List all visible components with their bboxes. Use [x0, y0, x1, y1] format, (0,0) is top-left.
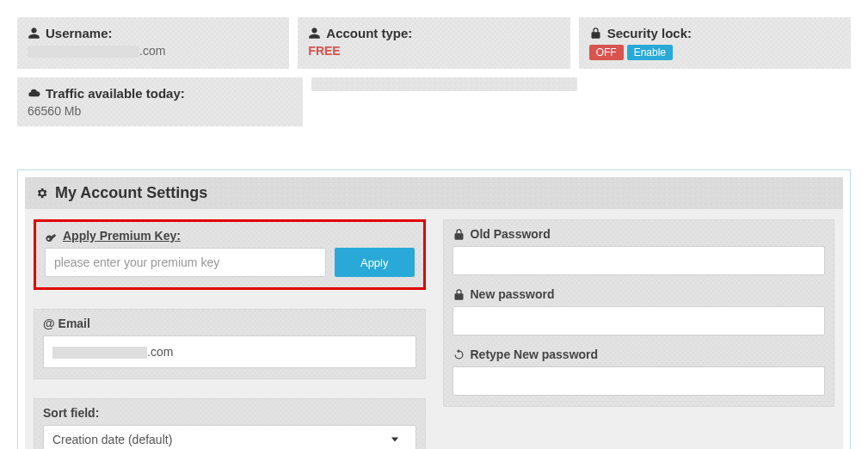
premium-key-input[interactable]	[45, 248, 326, 277]
old-password-label: Old Password	[452, 227, 826, 241]
sort-panel: Sort field: Creation date (default)	[34, 398, 426, 449]
account-type-label: Account type:	[326, 26, 412, 40]
user-icon	[28, 27, 40, 40]
email-label: @ Email	[43, 317, 416, 330]
settings-container: My Account Settings Apply Premium Key: A…	[17, 169, 851, 449]
security-enable-button[interactable]: Enable	[627, 45, 673, 60]
account-type-value: FREE	[308, 44, 559, 58]
cloud-icon	[28, 87, 40, 100]
right-column: Old Password New password Retype New pas…	[443, 219, 835, 449]
key-icon	[45, 230, 58, 243]
old-password-input[interactable]	[452, 246, 826, 275]
password-panel: Old Password New password Retype New pas…	[443, 219, 835, 407]
left-column: Apply Premium Key: Apply @ Email .com So…	[34, 219, 426, 449]
thin-placeholder-bar	[311, 77, 576, 91]
premium-key-label: Apply Premium Key:	[45, 229, 415, 243]
user-icon	[308, 27, 321, 40]
retype-password-input[interactable]	[452, 366, 826, 396]
username-value: .com	[28, 44, 279, 58]
new-password-input[interactable]	[452, 306, 826, 335]
traffic-label: Traffic available today:	[46, 86, 185, 101]
gears-icon	[35, 187, 48, 200]
retype-password-label: Retype New password	[452, 348, 826, 361]
lock-icon	[589, 27, 602, 40]
security-lock-controls: OFFEnable	[589, 44, 840, 60]
username-label: Username:	[46, 26, 113, 40]
sort-field-select[interactable]: Creation date (default)	[43, 425, 416, 449]
info-cards-row-2: Traffic available today: 66560 Mb	[17, 77, 851, 126]
email-field[interactable]: .com	[43, 335, 416, 368]
account-type-block: Account type: FREE	[298, 17, 569, 69]
security-lock-block: Security lock: OFFEnable	[579, 17, 851, 69]
sort-label: Sort field:	[43, 406, 416, 420]
apply-button[interactable]: Apply	[335, 248, 415, 277]
info-cards-row-1: Username: .com Account type: FREE Securi…	[17, 17, 851, 69]
chevron-down-icon	[391, 438, 398, 442]
lock-icon	[452, 228, 465, 241]
security-lock-label: Security lock:	[607, 26, 692, 40]
new-password-label: New password	[452, 287, 826, 301]
traffic-block: Traffic available today: 66560 Mb	[17, 77, 303, 126]
traffic-value: 66560 Mb	[28, 104, 292, 118]
security-off-badge: OFF	[589, 45, 624, 60]
refresh-icon	[452, 348, 465, 361]
redacted-text	[28, 46, 139, 58]
settings-title: My Account Settings	[55, 184, 207, 202]
lock-icon	[452, 288, 465, 301]
premium-key-panel: Apply Premium Key: Apply	[34, 219, 426, 290]
email-panel: @ Email .com	[34, 309, 426, 379]
username-block: Username: .com	[17, 17, 289, 69]
redacted-text	[52, 347, 147, 359]
settings-header: My Account Settings	[25, 177, 843, 209]
